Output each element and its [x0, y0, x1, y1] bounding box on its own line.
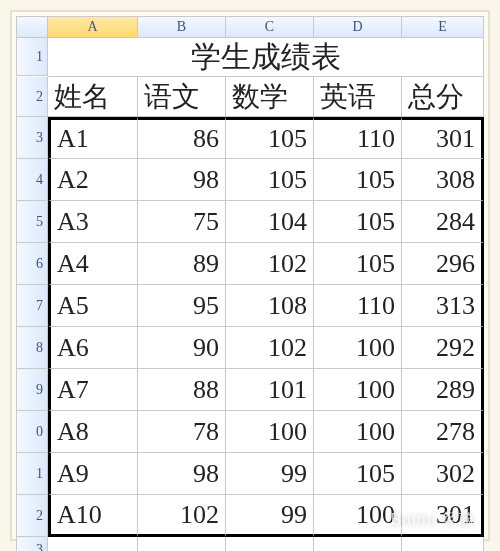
- cell-total[interactable]: 278: [402, 411, 484, 453]
- cell-total[interactable]: 284: [402, 201, 484, 243]
- title-row: 1 学生成绩表: [16, 38, 484, 77]
- column-header-row: A B C D E: [16, 16, 484, 38]
- cell-english[interactable]: 105: [314, 453, 402, 495]
- cell-total[interactable]: 292: [402, 327, 484, 369]
- col-header-E[interactable]: E: [402, 16, 484, 38]
- empty-cell[interactable]: [48, 537, 138, 551]
- header-labels-row: 2 姓名 语文 数学 英语 总分: [16, 77, 484, 117]
- cell-total[interactable]: 308: [402, 159, 484, 201]
- cell-chinese[interactable]: 98: [138, 159, 226, 201]
- cell-math[interactable]: 101: [226, 369, 314, 411]
- cell-chinese[interactable]: 89: [138, 243, 226, 285]
- cell-math[interactable]: 104: [226, 201, 314, 243]
- cell-chinese[interactable]: 90: [138, 327, 226, 369]
- cell-name[interactable]: A2: [48, 159, 138, 201]
- col-header-B[interactable]: B: [138, 16, 226, 38]
- col-header-A[interactable]: A: [48, 16, 138, 38]
- cell-total[interactable]: 301: [402, 495, 484, 537]
- sheet-title[interactable]: 学生成绩表: [48, 38, 484, 77]
- cell-math[interactable]: 102: [226, 327, 314, 369]
- table-row: 6A489102105296: [16, 243, 484, 285]
- cell-english[interactable]: 100: [314, 369, 402, 411]
- cell-chinese[interactable]: 75: [138, 201, 226, 243]
- col-header-C[interactable]: C: [226, 16, 314, 38]
- cell-name[interactable]: A6: [48, 327, 138, 369]
- header-name[interactable]: 姓名: [48, 77, 138, 117]
- header-total[interactable]: 总分: [402, 77, 484, 117]
- cell-math[interactable]: 99: [226, 453, 314, 495]
- empty-cell[interactable]: [314, 537, 402, 551]
- data-rows: 3A1861051103014A2981051053085A3751041052…: [16, 117, 484, 537]
- app-frame: A B C D E 1 学生成绩表 2 姓名 语文 数学 英语 总分 3A186…: [0, 0, 500, 551]
- row-header[interactable]: 2: [16, 495, 48, 537]
- table-row: 1A99899105302: [16, 453, 484, 495]
- empty-cell[interactable]: [226, 537, 314, 551]
- cell-english[interactable]: 100: [314, 495, 402, 537]
- cell-total[interactable]: 302: [402, 453, 484, 495]
- cell-name[interactable]: A4: [48, 243, 138, 285]
- cell-math[interactable]: 102: [226, 243, 314, 285]
- select-all-corner[interactable]: [16, 16, 48, 38]
- row-header[interactable]: 6: [16, 243, 48, 285]
- row-header-2[interactable]: 2: [16, 77, 48, 117]
- empty-row: 3: [16, 537, 484, 551]
- cell-name[interactable]: A7: [48, 369, 138, 411]
- row-header-1[interactable]: 1: [16, 38, 48, 76]
- table-row: 3A186105110301: [16, 117, 484, 159]
- row-header[interactable]: 3: [16, 117, 48, 159]
- cell-total[interactable]: 289: [402, 369, 484, 411]
- cell-total[interactable]: 313: [402, 285, 484, 327]
- cell-math[interactable]: 105: [226, 159, 314, 201]
- row-header[interactable]: 0: [16, 411, 48, 453]
- row-header[interactable]: 9: [16, 369, 48, 411]
- cell-total[interactable]: 296: [402, 243, 484, 285]
- header-english[interactable]: 英语: [314, 77, 402, 117]
- empty-cell[interactable]: [138, 537, 226, 551]
- cell-name[interactable]: A10: [48, 495, 138, 537]
- cell-english[interactable]: 105: [314, 159, 402, 201]
- table-row: 9A788101100289: [16, 369, 484, 411]
- table-row: 0A878100100278: [16, 411, 484, 453]
- cell-name[interactable]: A3: [48, 201, 138, 243]
- row-header[interactable]: 7: [16, 285, 48, 327]
- header-math[interactable]: 数学: [226, 77, 314, 117]
- row-header-13[interactable]: 3: [16, 537, 48, 551]
- cell-math[interactable]: 108: [226, 285, 314, 327]
- cell-chinese[interactable]: 86: [138, 117, 226, 159]
- cell-chinese[interactable]: 98: [138, 453, 226, 495]
- table-row: 2A1010299100301: [16, 495, 484, 537]
- cell-english[interactable]: 110: [314, 285, 402, 327]
- cell-name[interactable]: A1: [48, 117, 138, 159]
- row-header[interactable]: 4: [16, 159, 48, 201]
- cell-english[interactable]: 100: [314, 411, 402, 453]
- cell-english[interactable]: 100: [314, 327, 402, 369]
- cell-math[interactable]: 99: [226, 495, 314, 537]
- table-row: 4A298105105308: [16, 159, 484, 201]
- cell-name[interactable]: A9: [48, 453, 138, 495]
- cell-chinese[interactable]: 78: [138, 411, 226, 453]
- row-header[interactable]: 5: [16, 201, 48, 243]
- cell-name[interactable]: A8: [48, 411, 138, 453]
- header-chinese[interactable]: 语文: [138, 77, 226, 117]
- col-header-D[interactable]: D: [314, 16, 402, 38]
- cell-english[interactable]: 110: [314, 117, 402, 159]
- row-header[interactable]: 8: [16, 327, 48, 369]
- cell-total[interactable]: 301: [402, 117, 484, 159]
- table-row: 8A690102100292: [16, 327, 484, 369]
- table-row: 7A595108110313: [16, 285, 484, 327]
- cell-english[interactable]: 105: [314, 243, 402, 285]
- spreadsheet-grid: A B C D E 1 学生成绩表 2 姓名 语文 数学 英语 总分 3A186…: [16, 16, 484, 535]
- cell-chinese[interactable]: 88: [138, 369, 226, 411]
- cell-chinese[interactable]: 102: [138, 495, 226, 537]
- cell-math[interactable]: 100: [226, 411, 314, 453]
- row-header[interactable]: 1: [16, 453, 48, 495]
- cell-name[interactable]: A5: [48, 285, 138, 327]
- cell-chinese[interactable]: 95: [138, 285, 226, 327]
- empty-cell[interactable]: [402, 537, 484, 551]
- table-row: 5A375104105284: [16, 201, 484, 243]
- cell-math[interactable]: 105: [226, 117, 314, 159]
- cell-english[interactable]: 105: [314, 201, 402, 243]
